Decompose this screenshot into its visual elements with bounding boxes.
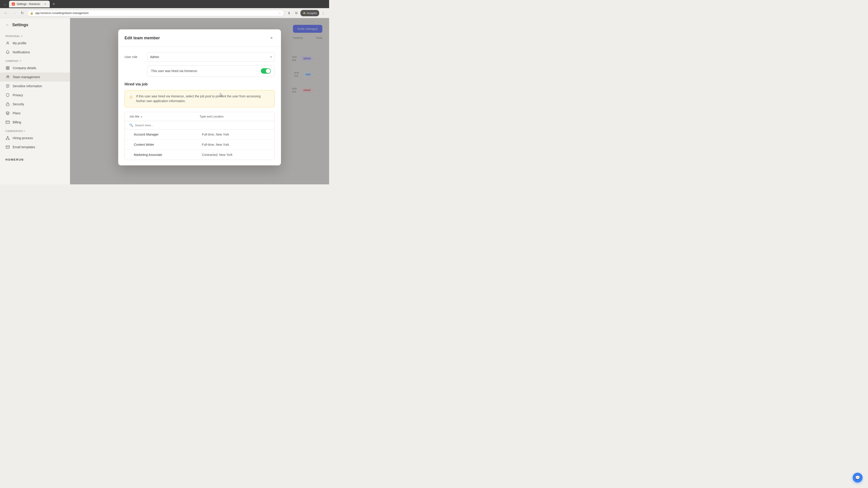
browser-tab-active[interactable]: H Settings - Homerun × bbox=[9, 1, 50, 7]
modal-close-button[interactable]: × bbox=[268, 35, 275, 41]
job-location-2: Contracted, New York bbox=[202, 153, 270, 157]
forward-button[interactable]: → bbox=[11, 10, 17, 16]
toggle-label: This user was hired via Homerun bbox=[151, 69, 197, 73]
url-input[interactable] bbox=[35, 11, 276, 15]
lock-icon bbox=[5, 102, 10, 106]
nav-actions: ⬇ ⧉ 🕵 Incognito ⋮ bbox=[286, 10, 327, 16]
warning-box: ⚠ If this user was hired via Homerun, se… bbox=[125, 90, 275, 107]
building-icon bbox=[5, 66, 10, 70]
sidebar-item-security[interactable]: Security bbox=[0, 100, 70, 109]
back-button[interactable]: ← bbox=[3, 10, 9, 16]
tab-close-button[interactable]: × bbox=[43, 2, 47, 6]
edit-team-member-modal: Edit team member × User role Admin ▾ Thi… bbox=[118, 29, 281, 165]
svg-line-16 bbox=[6, 137, 8, 139]
homerun-logo: HOMERUN bbox=[5, 158, 64, 161]
svg-marker-10 bbox=[6, 111, 9, 113]
new-tab-button[interactable]: + bbox=[51, 1, 57, 7]
sidebar-item-label-team-management: Team management bbox=[13, 75, 40, 79]
sidebar-item-label-security: Security bbox=[13, 102, 24, 106]
job-search-input[interactable] bbox=[135, 124, 270, 127]
address-bar[interactable]: 🔒 ☆ bbox=[27, 10, 284, 16]
th-job-title: Job title ▲ bbox=[129, 115, 199, 118]
sidebar-item-company-details[interactable]: Company details bbox=[0, 64, 70, 72]
sidebar-item-label-email-templates: Email templates bbox=[13, 145, 35, 149]
svg-point-7 bbox=[8, 76, 9, 77]
sidebar-item-privacy[interactable]: Privacy bbox=[0, 91, 70, 100]
job-title-1: Content Writer bbox=[134, 143, 202, 147]
sidebar-item-label-billing: Billing bbox=[13, 121, 21, 124]
bell-icon bbox=[5, 50, 10, 55]
svg-point-14 bbox=[6, 139, 7, 140]
main-content: Invite colleague method Role andord admi… bbox=[70, 18, 329, 184]
app-layout: ← Settings Personal ▾ My profile Notific… bbox=[0, 18, 329, 184]
credit-card-icon bbox=[5, 120, 10, 125]
chevron-down-icon: ▾ bbox=[270, 55, 272, 59]
table-header-row: Job title ▲ Type and Location bbox=[125, 112, 274, 121]
incognito-badge: 🕵 Incognito bbox=[301, 10, 319, 16]
sidebar-item-plans[interactable]: Plans bbox=[0, 109, 70, 118]
shield-icon bbox=[5, 93, 10, 97]
sidebar-item-team-management[interactable]: Team management bbox=[0, 72, 70, 82]
job-row-0[interactable]: Account Manager Full-time, New York bbox=[125, 129, 274, 140]
menu-button[interactable]: ⋮ bbox=[320, 10, 327, 16]
sidebar: ← Settings Personal ▾ My profile Notific… bbox=[0, 18, 70, 184]
tab-title: Settings - Homerun bbox=[17, 2, 41, 6]
svg-point-8 bbox=[7, 86, 8, 86]
company-section-label: Company ▾ bbox=[0, 57, 70, 64]
svg-point-6 bbox=[7, 76, 8, 77]
warning-text: If this user was hired via Homerun, sele… bbox=[136, 94, 270, 103]
personal-section-label: Personal ▾ bbox=[0, 32, 70, 39]
job-location-0: Full-time, New York bbox=[202, 133, 270, 136]
sidebar-item-billing[interactable]: Billing bbox=[0, 118, 70, 127]
settings-title: Settings bbox=[12, 23, 28, 27]
sidebar-item-email-templates[interactable]: Email templates bbox=[0, 142, 70, 152]
sidebar-item-label-hiring-process: Hiring process bbox=[13, 136, 33, 140]
sidebar-item-my-profile[interactable]: My profile bbox=[0, 39, 70, 48]
sidebar-item-sensitive-information[interactable]: Sensitive information bbox=[0, 82, 70, 91]
lock-icon: 🔒 bbox=[30, 11, 33, 15]
modal-header: Edit team member × bbox=[118, 29, 281, 47]
mail-icon bbox=[5, 145, 10, 149]
tab-favicon: H bbox=[12, 2, 15, 6]
svg-line-17 bbox=[8, 137, 9, 139]
toggle-thumb bbox=[266, 69, 270, 73]
search-row: 🔍 bbox=[125, 121, 274, 129]
svg-point-0 bbox=[7, 42, 8, 43]
star-icon: ☆ bbox=[278, 11, 281, 15]
user-role-label: User role bbox=[125, 55, 143, 59]
th-job-title-label: Job title bbox=[129, 115, 140, 118]
candidates-section-label: Candidates ▾ bbox=[0, 127, 70, 133]
settings-back-button[interactable]: ← bbox=[5, 23, 9, 27]
person-icon bbox=[5, 41, 10, 45]
job-title-0: Account Manager bbox=[134, 133, 202, 136]
job-location-1: Full-time, New York bbox=[202, 143, 270, 147]
hired-via-toggle[interactable] bbox=[261, 68, 271, 74]
flow-icon bbox=[5, 136, 10, 140]
nav-bar: ← → ↻ 🔒 ☆ ⬇ ⧉ 🕵 Incognito ⋮ bbox=[0, 8, 329, 18]
sidebar-item-label-company-details: Company details bbox=[13, 66, 36, 70]
svg-rect-1 bbox=[6, 66, 9, 70]
group-icon bbox=[5, 75, 10, 79]
sidebar-item-hiring-process[interactable]: Hiring process bbox=[0, 133, 70, 142]
job-row-1[interactable]: Content Writer Full-time, New York bbox=[125, 140, 274, 150]
sidebar-item-label-notifications: Notifications bbox=[13, 51, 30, 54]
sidebar-item-notifications[interactable]: Notifications bbox=[0, 48, 70, 57]
sidebar-item-label-my-profile: My profile bbox=[13, 41, 26, 45]
split-view-button[interactable]: ⧉ bbox=[293, 10, 300, 16]
download-button[interactable]: ⬇ bbox=[286, 10, 292, 16]
sidebar-header: ← Settings bbox=[0, 23, 70, 32]
hired-via-job-section: Hired via job ⚠ If this user was hired v… bbox=[125, 82, 275, 160]
th-type-location: Type and Location bbox=[199, 115, 270, 118]
shield-lock-icon bbox=[5, 84, 10, 88]
tab-switcher[interactable]: ⌄ bbox=[2, 1, 8, 7]
layers-icon bbox=[5, 111, 10, 116]
svg-rect-9 bbox=[6, 104, 9, 106]
role-select[interactable]: Admin ▾ bbox=[147, 52, 275, 62]
role-select-value: Admin bbox=[150, 55, 159, 59]
hired-via-job-heading: Hired via job bbox=[125, 82, 275, 87]
reload-button[interactable]: ↻ bbox=[19, 10, 25, 16]
sort-asc-icon[interactable]: ▲ bbox=[141, 115, 143, 118]
svg-point-13 bbox=[7, 136, 8, 138]
job-row-2[interactable]: Marketing Associate Contracted, New York bbox=[125, 150, 274, 160]
modal-body: User role Admin ▾ This user was hired vi… bbox=[118, 47, 281, 165]
